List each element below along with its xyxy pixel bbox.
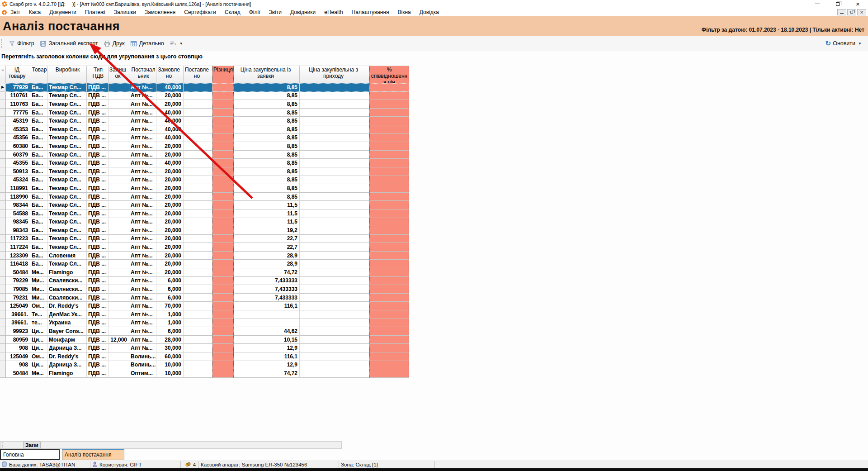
filter-button[interactable]: Фільтр bbox=[5, 38, 37, 48]
table-row[interactable]: 98344Ба...Текмар Сл...ПДВ ...Апт №...20,… bbox=[0, 201, 409, 209]
table-row[interactable]: 80959Ци...МонфармПДВ ...12,000Апт №...28… bbox=[0, 336, 409, 344]
column-header[interactable]: ІД товару bbox=[6, 66, 30, 83]
table-row[interactable]: 118990Ба...Текмар Сл...ПДВ ...Апт №...20… bbox=[0, 193, 409, 201]
table-row[interactable]: 54588Ба...Текмар Сл...ПДВ ...Апт №...20,… bbox=[0, 209, 409, 218]
table-row[interactable]: 45356Ба...Текмар Сл...ПДВ ...Апт №...40,… bbox=[0, 134, 409, 143]
details-button[interactable]: Детально bbox=[127, 38, 167, 48]
column-header[interactable]: Залишок bbox=[108, 66, 129, 83]
table-cell: 1,000 bbox=[156, 310, 184, 319]
table-row[interactable]: 908Ци...Дарница З...ПДВ ...Апт №...30,00… bbox=[0, 344, 409, 352]
table-row[interactable]: 116418Ба...Текмар Сл...ПДВ ...Апт №...20… bbox=[0, 260, 409, 268]
menu-item[interactable]: Склад bbox=[225, 9, 241, 15]
column-header[interactable]: Ціна закупівельна із заявки bbox=[234, 66, 300, 83]
menu-item[interactable]: eHealth bbox=[324, 9, 343, 15]
table-row[interactable]: 79085Ми...Свалявски...ПДВ ...Апт №...6,0… bbox=[0, 285, 409, 294]
table-row[interactable]: 125049Ом...Dr. Reddy'sПДВ ...Апт №...70,… bbox=[0, 302, 409, 310]
table-row[interactable]: 39661.те...УкраинаПДВ ...Апт №...1,000 bbox=[0, 319, 409, 328]
table-cell: ПДВ ... bbox=[87, 369, 108, 378]
table-row[interactable]: 45355Ба...Текмар Сл...ПДВ ...Апт №...40,… bbox=[0, 159, 409, 167]
table-cell: Bayer Cons... bbox=[47, 327, 87, 336]
column-header[interactable]: Поставлено bbox=[184, 66, 212, 83]
table-row[interactable]: 98343Ба...Текмар Сл...ПДВ ...Апт №...20,… bbox=[0, 226, 409, 235]
minimize-button[interactable] bbox=[807, 0, 827, 8]
table-cell bbox=[184, 100, 212, 109]
table-row[interactable]: 50484Ме...FlamingoПДВ ...Апт №...20,0007… bbox=[0, 268, 409, 277]
view-options-button[interactable]: ▼ bbox=[167, 38, 186, 48]
column-header[interactable]: Постачальник bbox=[129, 66, 156, 83]
table-row[interactable]: 110761Ба...Текмар Сл...ПДВ ...Апт №...20… bbox=[0, 92, 409, 100]
menu-item[interactable]: Звіти bbox=[269, 9, 282, 15]
table-cell bbox=[212, 319, 234, 328]
menu-item[interactable]: Каса bbox=[29, 9, 41, 15]
table-row[interactable]: 45324Ба...Текмар Сл...ПДВ ...Апт №...20,… bbox=[0, 176, 409, 185]
column-header[interactable]: Виробник bbox=[47, 66, 87, 83]
table-cell: Ба... bbox=[30, 100, 47, 109]
table-row[interactable]: 77775Ба...Текмар Сл...ПДВ ...Апт №...40,… bbox=[0, 109, 409, 117]
refresh-button[interactable]: ↻ Оновити ▼ bbox=[826, 39, 862, 48]
mdi-minimize-button[interactable] bbox=[837, 9, 846, 15]
menu-item[interactable]: Довідка bbox=[420, 9, 439, 15]
restore-button[interactable] bbox=[827, 0, 848, 8]
table-cell: ПДВ ... bbox=[87, 109, 108, 117]
table-cell: Текмар Сл... bbox=[47, 151, 87, 159]
menu-item[interactable]: Документи bbox=[49, 9, 76, 15]
mdi-restore-button[interactable] bbox=[847, 9, 856, 15]
bottom-tab[interactable]: Аналіз постачання bbox=[62, 449, 124, 460]
menu-item[interactable]: Філії bbox=[249, 9, 260, 15]
table-row[interactable]: 98345Ба...Текмар Сл...ПДВ ...Апт №...20,… bbox=[0, 218, 409, 227]
table-cell: 908 bbox=[6, 344, 30, 352]
menu-item[interactable]: Вікна bbox=[398, 9, 411, 15]
column-header[interactable]: Ціна закупівельна з приходу bbox=[300, 66, 369, 83]
table-row[interactable]: 125049Ом...Dr. Reddy'sПДВ ...Волинь...60… bbox=[0, 352, 409, 361]
table-row[interactable]: 99923Ци...Bayer Cons...ПДВ ...Апт №...6,… bbox=[0, 327, 409, 336]
column-header[interactable]: Різниця bbox=[212, 66, 234, 83]
close-button[interactable]: × bbox=[848, 0, 868, 8]
table-cell bbox=[108, 285, 129, 294]
print-button[interactable]: Друк bbox=[101, 38, 127, 48]
menu-item[interactable]: Звіт bbox=[10, 9, 20, 15]
column-header[interactable]: Тип ПДВ bbox=[87, 66, 108, 83]
table-row[interactable]: 50913Ба...Текмар Сл...ПДВ ...Апт №...20,… bbox=[0, 167, 409, 176]
mdi-close-button[interactable]: × bbox=[857, 9, 866, 15]
menu-item[interactable]: Замовлення bbox=[145, 9, 175, 15]
menu-item[interactable]: Залишки bbox=[114, 9, 136, 15]
table-cell: Те... bbox=[30, 310, 47, 319]
table-row[interactable]: 118991Ба...Текмар Сл...ПДВ ...Апт №...20… bbox=[0, 184, 409, 193]
table-row[interactable]: 79231Ми...Свалявски...ПДВ ...Апт №...6,0… bbox=[0, 294, 409, 302]
column-header[interactable]: % співвідношення цін bbox=[369, 66, 409, 83]
table-row[interactable]: 39661.Те...ДелМас Ук...ПДВ ...Апт №...1,… bbox=[0, 310, 409, 319]
table-cell: 6,000 bbox=[156, 277, 184, 285]
table-row[interactable]: 117223Ба...Текмар Сл...ПДВ ...Апт №...20… bbox=[0, 235, 409, 243]
menu-item[interactable]: Платежі bbox=[85, 9, 105, 15]
table-row[interactable]: 117224Ба...Текмар Сл...ПДВ ...Апт №...20… bbox=[0, 243, 409, 252]
table-row[interactable]: ▶77929Ба...Текмар Сл...ПДВ ...Апт №...40… bbox=[0, 83, 409, 92]
table-cell bbox=[212, 201, 234, 209]
table-row[interactable]: 45353Ба...Текмар Сл...ПДВ ...Апт №...40,… bbox=[0, 125, 409, 134]
menu-item[interactable]: Налаштування bbox=[352, 9, 389, 15]
bottom-tab[interactable]: Головна bbox=[0, 449, 60, 460]
table-cell bbox=[212, 226, 234, 235]
records-button[interactable]: Запи bbox=[23, 442, 41, 448]
table-row[interactable]: 45319Ба...Текмар Сл...ПДВ ...Апт №...40,… bbox=[0, 117, 409, 125]
export-button[interactable]: Загальний експорт bbox=[37, 38, 101, 48]
menu-item[interactable]: Сертифікати bbox=[184, 9, 216, 15]
column-header[interactable]: Замовлено bbox=[156, 66, 184, 83]
table-row[interactable]: 123309Ба...СловенияПДВ ...Апт №...20,000… bbox=[0, 252, 409, 260]
column-header[interactable]: Товар bbox=[30, 66, 47, 83]
table-cell: Текмар Сл... bbox=[47, 218, 87, 227]
table-cell bbox=[212, 260, 234, 268]
table-row[interactable]: 908Ци...Дарница З...ПДВ ...Волинь...10,0… bbox=[0, 361, 409, 370]
table-cell: 45319 bbox=[6, 117, 30, 125]
table-row[interactable]: 110763Ба...Текмар Сл...ПДВ ...Апт №...20… bbox=[0, 100, 409, 109]
row-indicator bbox=[0, 319, 6, 328]
table-row[interactable]: 50484Ме...FlamingoПДВ ...Оптим...10,0007… bbox=[0, 369, 409, 378]
table-row[interactable]: 60380Ба...Текмар Сл...ПДВ ...Апт №...20,… bbox=[0, 142, 409, 151]
group-by-hint-text: Перетягніть заголовок колонки сюди для у… bbox=[1, 53, 203, 60]
printer-icon bbox=[104, 40, 111, 47]
table-row[interactable]: 79229Ми...Свалявски...ПДВ ...Апт №...6,0… bbox=[0, 277, 409, 285]
table-row[interactable]: 60379Ба...Текмар Сл...ПДВ ...Апт №...20,… bbox=[0, 151, 409, 159]
table-cell bbox=[212, 159, 234, 167]
column-chooser-icon[interactable]: ≡ bbox=[0, 66, 6, 83]
menu-item[interactable]: Довідники bbox=[290, 9, 316, 15]
group-by-panel[interactable]: Перетягніть заголовок колонки сюди для у… bbox=[0, 51, 868, 66]
